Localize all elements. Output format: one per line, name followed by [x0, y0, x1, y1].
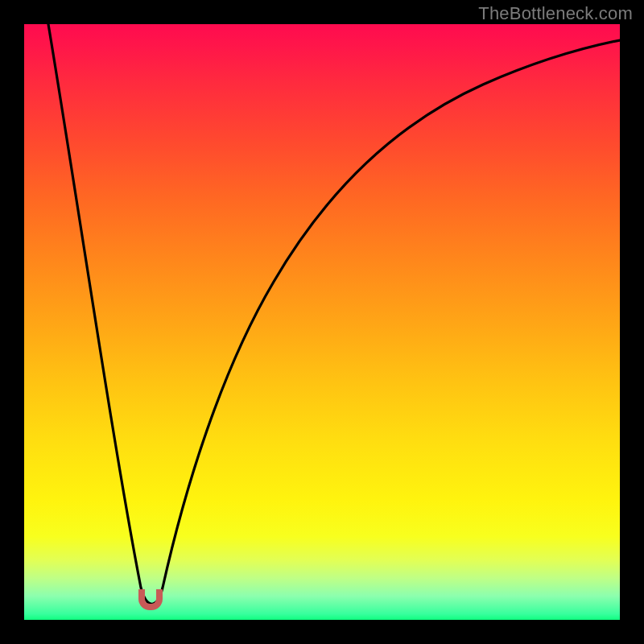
bottleneck-curve — [24, 24, 620, 620]
plot-area — [24, 24, 620, 620]
watermark-text: TheBottleneck.com — [478, 3, 633, 24]
chart-frame: TheBottleneck.com — [0, 0, 644, 644]
curve-path — [48, 24, 620, 604]
optimum-marker — [138, 589, 163, 610]
